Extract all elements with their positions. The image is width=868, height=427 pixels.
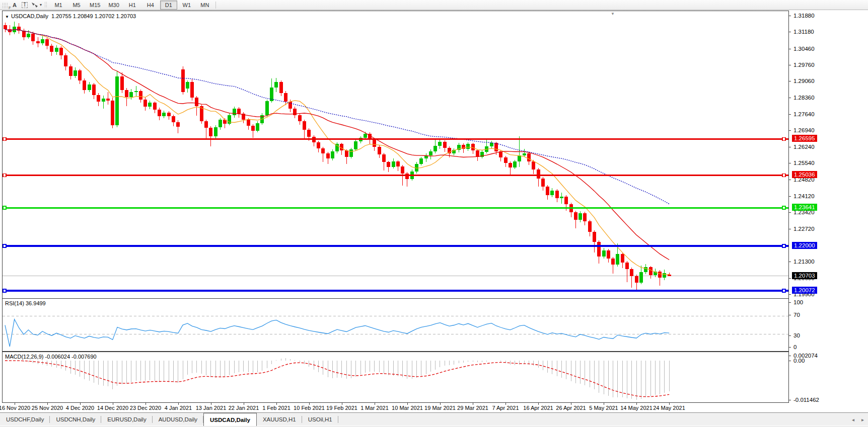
axis-tick-mark	[788, 196, 791, 197]
tab-scroll-controls: ◂ ▸	[852, 413, 868, 426]
chart-tab-usoil[interactable]: USOil,H1	[302, 413, 338, 426]
timeframe-button-m15[interactable]: M15	[86, 1, 104, 10]
price-axis-tick: 1.28360	[793, 95, 815, 101]
axis-tick-mark	[788, 361, 791, 361]
axis-tick-mark	[788, 356, 791, 356]
price-axis-tick: 1.26940	[793, 127, 815, 133]
chart-tab-xauusd[interactable]: XAUUSD,H1	[257, 413, 302, 426]
price-axis-tick: 1.22720	[793, 226, 815, 232]
tab-scroll-right-icon[interactable]: ▸	[861, 417, 864, 422]
axis-tick-mark	[788, 229, 791, 229]
price-axis-tick: 1.30460	[793, 46, 815, 52]
chart-symbol-title: USDCAD,Daily	[11, 13, 48, 19]
label-tool-button[interactable]: T	[20, 1, 30, 9]
rsi-axis-tick: 30	[793, 332, 800, 338]
chart-tab-usdchf[interactable]: USDCHF,Daily	[0, 413, 50, 426]
axis-tick-mark	[788, 81, 791, 81]
top-toolbar: F A T ▾ M1M5M15M30H1H4D1W1MN	[0, 0, 868, 10]
axis-tick-mark	[788, 278, 791, 279]
grid-tool-sublabel: F	[9, 6, 11, 10]
rsi-axis-tick: 70	[793, 312, 800, 318]
arrows-dropdown-caret-icon[interactable]: ▾	[40, 3, 42, 7]
price-axis-tick: 1.31180	[793, 29, 814, 35]
axis-tick-mark	[788, 180, 791, 180]
price-axis-tick: 1.26240	[793, 144, 815, 150]
rsi-axis-tick: 0	[793, 344, 797, 350]
timeframe-button-m5[interactable]: M5	[68, 1, 85, 10]
arrows-tool-button[interactable]	[30, 1, 40, 9]
price-axis-tick: 1.31880	[793, 13, 815, 19]
chart-legend: ▼USDCAD,Daily 1.20755 1.20849 1.20702 1.…	[5, 13, 136, 19]
timeframe-button-d1[interactable]: D1	[160, 1, 177, 10]
chart-ohlc-values: 1.20755 1.20849 1.20702 1.20703	[51, 13, 136, 19]
toolbar-separator	[215, 2, 216, 9]
text-tool-icon: A	[13, 2, 17, 8]
axis-tick-mark	[788, 212, 791, 213]
macd-panel[interactable]	[2, 352, 789, 403]
toolbar-grip-icon[interactable]	[44, 2, 48, 8]
price-axis-tick: 1.27640	[793, 111, 815, 117]
current-price-badge: 1.20703	[792, 272, 817, 279]
price-axis-tick: 1.25540	[793, 160, 815, 166]
rsi-axis-tick: 100	[793, 299, 803, 305]
price-level-badge: 1.22000	[792, 242, 817, 249]
axis-tick-mark	[788, 262, 791, 262]
price-chart-panel[interactable]	[2, 11, 789, 299]
macd-values: -0.006024 -0.007690	[45, 354, 96, 360]
axis-tick-mark	[788, 294, 791, 295]
macd-axis-tick: -0.011462	[793, 397, 819, 403]
label-tool-icon: T	[22, 2, 28, 8]
price-level-badge: 1.20072	[792, 287, 817, 294]
chart-tab-usdcnh[interactable]: USDCNH,Daily	[50, 413, 101, 426]
axis-tick-mark	[788, 16, 791, 16]
price-axis-tick: 1.21300	[793, 259, 815, 265]
price-level-badge: 1.23641	[792, 204, 817, 211]
chart-shift-marker-icon[interactable]: ▼	[611, 12, 615, 16]
timeframe-button-w1[interactable]: W1	[178, 1, 195, 10]
arrows-tool-icon	[31, 2, 38, 8]
price-axis-tick: 1.24120	[793, 193, 815, 199]
axis-tick-mark	[788, 163, 791, 163]
axis-tick-mark	[788, 347, 791, 348]
axis-tick-mark	[788, 98, 791, 98]
axis-tick-mark	[788, 114, 791, 115]
axis-tick-mark	[788, 49, 791, 49]
axis-tick-mark	[788, 335, 791, 336]
rsi-value: 36.9499	[26, 300, 46, 306]
timeframe-button-m30[interactable]: M30	[105, 1, 122, 10]
price-axis-tick: 1.29060	[793, 78, 815, 84]
macd-name: MACD(12,26,9)	[5, 354, 43, 360]
rsi-panel[interactable]	[2, 298, 789, 352]
rsi-indicator-label: RSI(14) 36.9499	[5, 300, 46, 306]
chart-tab-audusd[interactable]: AUDUSD,Daily	[153, 413, 203, 426]
chart-tabs: USDCHF,DailyUSDCNH,DailyEURUSD,DailyAUDU…	[0, 413, 338, 426]
timeframe-button-h4[interactable]: H4	[142, 1, 159, 10]
timeframe-button-m1[interactable]: M1	[50, 1, 67, 10]
grid-tool-icon[interactable]: F	[2, 3, 9, 8]
price-axis-tick: 1.29760	[793, 62, 815, 68]
timeframe-button-h1[interactable]: H1	[124, 1, 141, 10]
rsi-name: RSI(14)	[5, 300, 24, 306]
axis-tick-mark	[788, 400, 791, 400]
macd-chart-canvas[interactable]	[3, 352, 788, 402]
axis-tick-mark	[788, 315, 791, 315]
axis-tick-mark	[788, 147, 791, 147]
chart-tab-usdcad[interactable]: USDCAD,Daily	[203, 413, 257, 426]
axis-tick-mark	[788, 65, 791, 65]
candlestick-chart-canvas[interactable]	[3, 11, 788, 298]
chart-menu-triangle-icon[interactable]: ▼	[5, 15, 9, 19]
macd-axis-tick: 0.00	[793, 358, 805, 364]
chart-tab-eurusd[interactable]: EURUSD,Daily	[101, 413, 152, 426]
axis-tick-mark	[788, 130, 791, 131]
axis-tick-mark	[788, 32, 791, 32]
timeframe-button-mn[interactable]: MN	[196, 1, 213, 10]
text-tool-button[interactable]: A	[10, 1, 20, 9]
tab-scroll-left-icon[interactable]: ◂	[852, 417, 854, 422]
date-axis-label: 24 May 2021	[649, 405, 689, 411]
date-axis[interactable]: 16 Nov 202025 Nov 20204 Dec 202014 Dec 2…	[2, 403, 789, 412]
price-level-badge: 1.26595	[792, 135, 817, 142]
price-axis[interactable]: 1.318801.311801.304601.297601.290601.283…	[789, 11, 868, 403]
axis-tick-mark	[788, 302, 791, 303]
rsi-chart-canvas[interactable]	[3, 299, 788, 351]
chart-tab-bar: USDCHF,DailyUSDCNH,DailyEURUSD,DailyAUDU…	[0, 412, 868, 426]
